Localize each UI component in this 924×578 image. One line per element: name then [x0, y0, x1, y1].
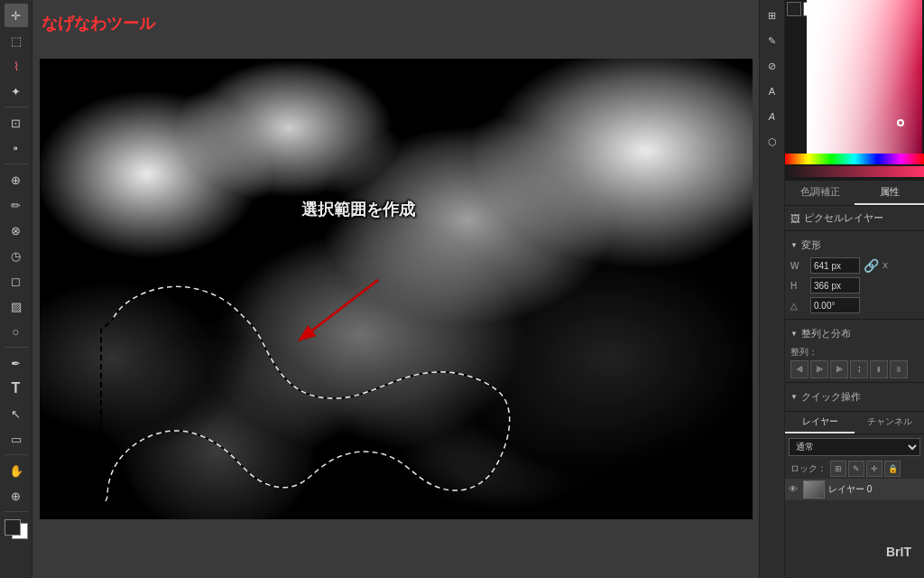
zoom-tool[interactable]: ⊕	[5, 484, 28, 508]
lasso-selection	[40, 59, 753, 519]
lock-btn-move[interactable]: ✛	[866, 461, 882, 477]
height-row: H	[790, 275, 919, 295]
align-center-h[interactable]: ⫸	[810, 360, 828, 378]
quick-ops-header[interactable]: ▼ クイック操作	[790, 387, 919, 407]
align-sub-label: 整列：	[790, 346, 818, 359]
history-tool[interactable]: ◷	[5, 244, 28, 267]
layer-thumbnail	[803, 480, 825, 499]
alpha-slider[interactable]	[785, 166, 924, 177]
lock-btn-checkerboard[interactable]: ⊞	[830, 461, 846, 477]
panel-tool-5[interactable]: A	[761, 105, 784, 128]
dodge-tool[interactable]: ○	[5, 320, 28, 343]
right-panel: 色調補正 属性 🖼 ピクセルレイヤー ▼ 変形 W 🔗 X H	[784, 0, 924, 578]
separator-2	[5, 163, 28, 164]
path-select-tool[interactable]: ↖	[5, 402, 28, 425]
left-toolbar: ✛ ⬚ ⌇ ✦ ⊡ ⁍ ⊕ ✏ ⊗ ◷ ◻ ▨ ○ ✒ T ↖ ▭ ✋ ⊕	[0, 0, 32, 578]
panel-tool-2[interactable]: ✎	[761, 29, 784, 52]
align-section: ▼ 整列と分布 整列： ⫷ ⫸ ⫸ ⫶ ⫵ ⫴	[785, 320, 924, 383]
gradient-tool[interactable]: ▨	[5, 294, 28, 318]
healing-tool[interactable]: ⊕	[5, 168, 28, 191]
lasso-tool[interactable]: ⌇	[5, 54, 28, 78]
brush-tool[interactable]: ✏	[5, 193, 28, 217]
color-picker-area	[785, 0, 924, 181]
align-sub-row: 整列：	[790, 344, 919, 360]
panel-tabs: 色調補正 属性	[785, 181, 924, 206]
text-tool[interactable]: T	[5, 377, 28, 400]
align-header[interactable]: ▼ 整列と分布	[790, 323, 919, 344]
canvas-area: なげなわツール	[32, 0, 759, 578]
blend-mode-select[interactable]: 通常	[789, 438, 920, 456]
align-center-v[interactable]: ⫵	[870, 360, 888, 378]
width-label: W	[790, 261, 807, 271]
hue-slider[interactable]	[785, 154, 924, 164]
svg-line-1	[301, 280, 378, 339]
color-swatches[interactable]	[5, 519, 28, 539]
align-label: 整列と分布	[801, 327, 851, 340]
blend-mode-row: 通常	[785, 434, 924, 459]
angle-input[interactable]	[810, 297, 860, 313]
layer-type-row: 🖼 ピクセルレイヤー	[790, 210, 919, 227]
quick-ops-section: ▼ クイック操作	[785, 383, 924, 412]
angle-label: △	[790, 301, 807, 311]
panel-tool-3[interactable]: ⊘	[761, 54, 784, 78]
link-icon[interactable]: 🔗	[864, 258, 879, 273]
panel-tool-1[interactable]: ⊞	[761, 4, 784, 27]
layer-type-icon: 🖼	[790, 213, 800, 224]
transform-label: 変形	[801, 238, 821, 252]
foreground-color-swatch[interactable]	[5, 519, 21, 536]
gradient-overlay	[807, 0, 922, 154]
separator-5	[5, 511, 28, 512]
tab-color-adjust[interactable]: 色調補正	[785, 181, 855, 205]
cloud-background: 選択範囲を作成	[40, 59, 753, 519]
tab-layers[interactable]: レイヤー	[785, 412, 855, 434]
layer-0-row[interactable]: 👁 レイヤー 0	[785, 479, 924, 500]
eyedropper-tool[interactable]: ⁍	[5, 136, 28, 160]
brit-area: BrIT	[881, 544, 917, 560]
panel-tool-6[interactable]: ⬡	[761, 130, 784, 154]
separator-1	[5, 107, 28, 107]
x-label: X	[882, 261, 888, 270]
layer-visibility-icon[interactable]: 👁	[789, 484, 798, 494]
shape-tool[interactable]: ▭	[5, 427, 28, 451]
panel-tool-4[interactable]: A	[761, 79, 784, 103]
tab-channels[interactable]: チャンネル	[855, 412, 924, 434]
lock-label: ロック：	[790, 462, 827, 475]
brit-label: BrIT	[881, 541, 917, 563]
lock-btn-brush[interactable]: ✎	[848, 461, 864, 477]
quick-ops-label: クイック操作	[801, 390, 861, 404]
separator-4	[5, 454, 28, 455]
align-bottom[interactable]: ⫴	[890, 360, 908, 378]
main-area: なげなわツール	[32, 0, 759, 578]
color-cursor	[897, 119, 904, 126]
width-input[interactable]	[810, 257, 860, 274]
transform-header[interactable]: ▼ 変形	[790, 235, 919, 256]
layer-type-section: 🖼 ピクセルレイヤー	[785, 206, 924, 231]
separator-3	[5, 347, 28, 348]
quick-ops-chevron: ▼	[790, 393, 798, 401]
color-gradient[interactable]	[807, 0, 922, 154]
pen-tool[interactable]: ✒	[5, 351, 28, 375]
layer-type-label: ピクセルレイヤー	[804, 211, 883, 225]
canvas-image: 選択範囲を作成	[40, 59, 753, 519]
fg-mini-swatch[interactable]	[787, 2, 801, 16]
right-mini-toolbar: ⊞ ✎ ⊘ A A ⬡	[759, 0, 784, 578]
angle-row: △	[790, 295, 919, 315]
layer-name: レイヤー 0	[828, 483, 872, 496]
align-top[interactable]: ⫶	[850, 360, 868, 378]
align-left[interactable]: ⫷	[790, 360, 808, 378]
magic-wand-tool[interactable]: ✦	[5, 79, 28, 103]
align-right[interactable]: ⫸	[830, 360, 848, 378]
crop-tool[interactable]: ⊡	[5, 111, 28, 135]
tool-label: なげなわツール	[42, 13, 155, 34]
height-input[interactable]	[810, 277, 860, 294]
marquee-tool[interactable]: ⬚	[5, 29, 28, 52]
tab-properties[interactable]: 属性	[855, 181, 924, 205]
lock-btn-all[interactable]: 🔒	[884, 461, 901, 477]
eraser-tool[interactable]: ◻	[5, 269, 28, 293]
hand-tool[interactable]: ✋	[5, 459, 28, 482]
channels-tabs: レイヤー チャンネル	[785, 412, 924, 434]
clone-tool[interactable]: ⊗	[5, 219, 28, 242]
move-tool[interactable]: ✛	[5, 4, 28, 27]
width-row: W 🔗 X	[790, 256, 919, 275]
align-icons: ⫷ ⫸ ⫸ ⫶ ⫵ ⫴	[790, 360, 919, 378]
